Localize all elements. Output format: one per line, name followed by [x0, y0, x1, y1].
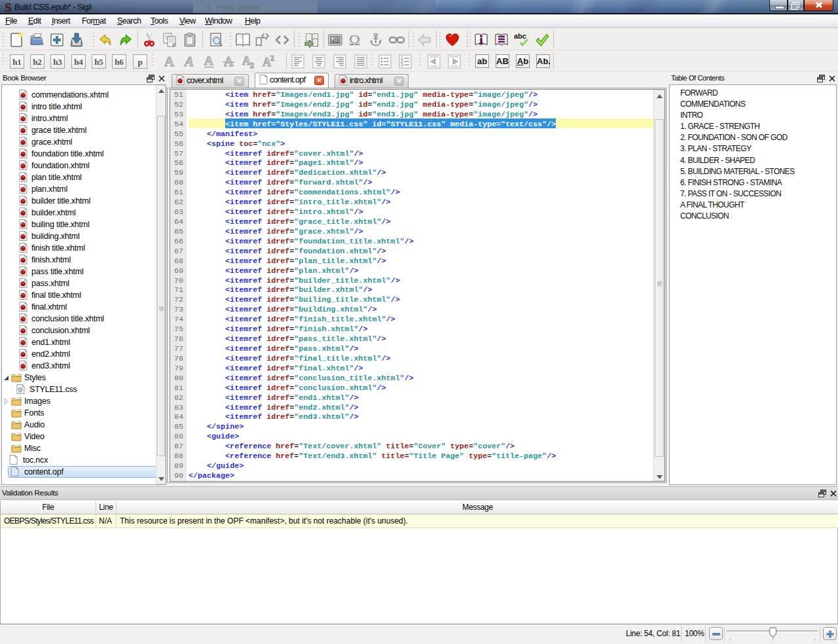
svg-text:Ω: Ω [349, 32, 360, 48]
svg-text:S: S [5, 1, 12, 14]
svg-text:2: 2 [250, 61, 254, 69]
svg-text:A: A [204, 54, 213, 67]
svg-text:3: 3 [401, 62, 403, 67]
svg-text:A: A [164, 54, 175, 69]
svg-text:2: 2 [270, 54, 274, 63]
svg-text:abc: abc [514, 32, 526, 40]
svg-text:A: A [183, 54, 194, 69]
